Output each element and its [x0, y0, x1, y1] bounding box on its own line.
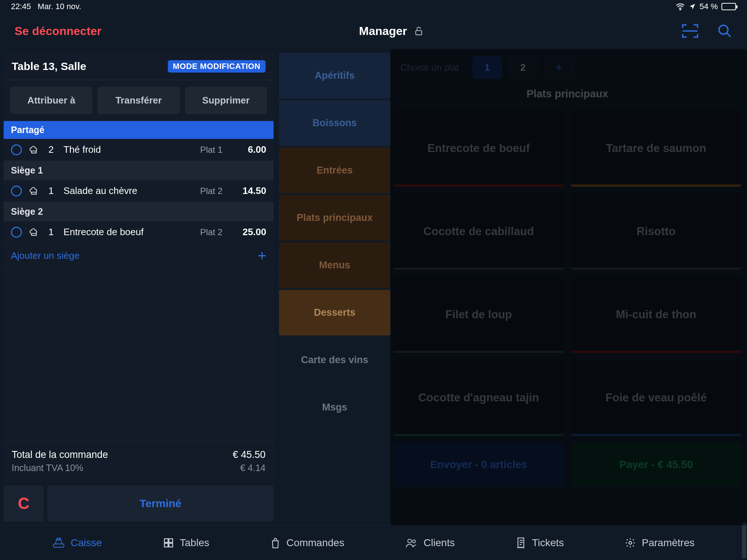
dish-cocotte-agneau-tajin[interactable]: Cocotte d'agneau tajin [393, 359, 564, 436]
search-icon[interactable] [717, 23, 732, 39]
nav-label: Caisse [71, 537, 102, 549]
nav-label: Tables [180, 537, 209, 549]
bag-icon [270, 537, 280, 549]
svg-point-3 [719, 25, 728, 34]
battery-percent: 54 % [700, 2, 718, 11]
svg-rect-5 [54, 544, 64, 547]
svg-line-4 [727, 33, 731, 37]
svg-rect-6 [57, 538, 61, 540]
order-line[interactable]: 1 Salade au chèvre Plat 2 14.50 [4, 180, 274, 202]
course-2-pill[interactable]: 2 [508, 57, 538, 78]
seat-2-header[interactable]: Siège 2 [4, 202, 274, 221]
nav-clients[interactable]: Clients [405, 537, 455, 549]
course-1-pill[interactable]: 1 [473, 57, 502, 78]
register-icon [53, 537, 65, 548]
unlock-icon[interactable] [414, 26, 424, 36]
category-carte-des-vins[interactable]: Carte des vins [279, 337, 390, 383]
dish-cocotte-de-cabillaud[interactable]: Cocotte de cabillaud [393, 193, 564, 270]
receipt-icon [516, 537, 526, 549]
category-entrees[interactable]: Entrées [279, 148, 390, 193]
line-qty: 1 [46, 185, 56, 197]
line-course: Plat 1 [186, 145, 222, 155]
select-circle[interactable] [11, 186, 22, 197]
category-menus[interactable]: Menus [279, 242, 390, 288]
dish-risotto[interactable]: Risotto [571, 193, 742, 270]
category-msgs[interactable]: Msgs [279, 385, 390, 430]
plus-icon: + [258, 248, 266, 263]
svg-rect-10 [169, 543, 173, 547]
scan-icon[interactable] [681, 23, 699, 39]
nav-tickets[interactable]: Tickets [516, 537, 564, 549]
dish-mi-cuit-de-thon[interactable]: Mi-cuit de thon [571, 276, 742, 353]
line-name: Entrecote de boeuf [63, 226, 179, 238]
line-price: 25.00 [230, 226, 266, 238]
nav-tables[interactable]: Tables [163, 537, 209, 549]
line-qty: 2 [46, 144, 56, 155]
category-aperitifs[interactable]: Apéritifs [279, 53, 390, 98]
seat-1-header[interactable]: Siège 1 [4, 161, 274, 180]
svg-rect-7 [165, 539, 168, 542]
svg-point-0 [680, 9, 681, 10]
order-line[interactable]: 1 Entrecote de boeuf Plat 2 25.00 [4, 221, 274, 243]
clear-button[interactable]: C [4, 485, 44, 522]
nav-label: Commandes [286, 537, 344, 549]
seat-shared-header[interactable]: Partagé [4, 121, 274, 139]
category-plats-principaux[interactable]: Plats principaux [279, 195, 390, 241]
select-circle[interactable] [11, 144, 22, 155]
dishes-section-title: Plats principaux [393, 88, 742, 100]
wifi-icon [676, 3, 685, 10]
nav-label: Tickets [532, 537, 564, 549]
order-line[interactable]: 2 Thé froid Plat 1 6.00 [4, 139, 274, 161]
choose-dish-label: Choisir un plat [393, 62, 466, 73]
users-icon [405, 538, 418, 548]
svg-rect-9 [165, 543, 168, 547]
line-course: Plat 2 [186, 186, 222, 196]
select-circle[interactable] [11, 227, 22, 238]
nav-parametres[interactable]: Paramètres [625, 537, 694, 549]
battery-icon [721, 3, 736, 10]
dish-filet-de-loup[interactable]: Filet de loup [393, 276, 564, 353]
line-course: Plat 2 [186, 227, 222, 237]
vat-label: Incluant TVA 10% [12, 463, 83, 473]
category-boissons[interactable]: Boissons [279, 100, 390, 146]
gear-icon [625, 537, 636, 548]
pay-button[interactable]: Payer - € 45.50 [571, 443, 742, 486]
page-title: Manager [359, 24, 407, 38]
assign-button[interactable]: Attribuer à [10, 87, 92, 114]
send-button[interactable]: Envoyer - 0 articles [393, 443, 564, 486]
dish-entrecote-de-boeuf[interactable]: Entrecote de boeuf [393, 110, 564, 187]
location-icon [689, 3, 696, 10]
nav-commandes[interactable]: Commandes [270, 537, 344, 549]
total-label: Total de la commande [12, 449, 108, 460]
course-add-pill[interactable]: + [544, 57, 573, 78]
done-button[interactable]: Terminé [47, 485, 274, 522]
svg-rect-1 [416, 31, 422, 35]
transfer-button[interactable]: Transférer [97, 87, 179, 114]
nav-label: Paramètres [642, 537, 694, 549]
dish-tartare-de-saumon[interactable]: Tartare de saumon [571, 110, 742, 187]
add-seat-button[interactable]: Ajouter un siège + [4, 243, 274, 268]
total-value: € 45.50 [233, 449, 266, 460]
line-price: 6.00 [230, 144, 266, 155]
nav-label: Clients [423, 537, 455, 549]
nav-caisse[interactable]: Caisse [53, 537, 102, 549]
course-selector: Choisir un plat 1 2 + [393, 53, 742, 82]
category-desserts[interactable]: Desserts [279, 290, 390, 335]
delete-button[interactable]: Supprimer [185, 87, 267, 114]
line-price: 14.50 [230, 185, 266, 197]
line-name: Thé froid [63, 144, 179, 155]
chef-hat-icon [29, 186, 39, 196]
logout-button[interactable]: Se déconnecter [15, 24, 101, 38]
svg-rect-8 [169, 539, 173, 542]
bottom-nav: Caisse Tables Commandes Clients Tickets … [0, 525, 747, 560]
status-date: Mar. 10 nov. [38, 2, 81, 11]
svg-point-12 [413, 540, 415, 543]
table-name: Table 13, Salle [12, 60, 86, 73]
app-header: Se déconnecter Manager [0, 13, 747, 49]
scrollbar[interactable] [742, 522, 746, 559]
tables-icon [163, 537, 174, 548]
svg-point-16 [629, 541, 632, 544]
status-time: 22:45 [11, 2, 31, 11]
vat-value: € 4.14 [240, 463, 266, 473]
dish-foie-de-veau-poele[interactable]: Foie de veau poêlé [571, 359, 742, 436]
